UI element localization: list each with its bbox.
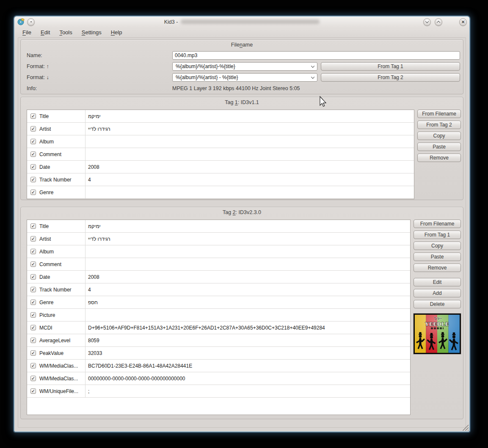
tag2-row-wm-uniquefile[interactable]: ✓WM/UniqueFile...;: [27, 385, 410, 398]
tag2-row-title[interactable]: ✓Titleמקימי: [27, 220, 410, 233]
field-value[interactable]: [85, 245, 410, 258]
comment-checkbox[interactable]: ✓: [30, 151, 36, 157]
menu-file[interactable]: File: [18, 28, 36, 37]
close-button[interactable]: ×: [459, 18, 467, 26]
field-value[interactable]: 4: [85, 283, 410, 296]
copy-button[interactable]: Copy: [414, 242, 461, 250]
field-value[interactable]: מקימי: [85, 220, 410, 232]
genre-checkbox[interactable]: ✓: [30, 300, 36, 305]
tag2-row-artist[interactable]: ✓Artistיידל ורדיגר: [27, 233, 410, 245]
paste-button[interactable]: Paste: [414, 253, 461, 261]
field-label: Date: [39, 164, 50, 170]
tag2-row-mcdi[interactable]: ✓MCDID+96+5106+AF9D+F814+151A3+1A231+20E…: [27, 322, 410, 334]
format-from-filename-combobox[interactable]: %{album}/%{artist}-%{title}: [172, 62, 317, 71]
track-number-checkbox[interactable]: ✓: [30, 287, 36, 292]
field-value[interactable]: 4: [85, 173, 414, 186]
field-value[interactable]: יידל ורדיגר: [85, 123, 414, 135]
field-value[interactable]: [85, 148, 414, 160]
comment-checkbox[interactable]: ✓: [30, 261, 36, 267]
wm-mediaclas-checkbox[interactable]: ✓: [30, 376, 36, 381]
mcdi-checkbox[interactable]: ✓: [30, 325, 36, 330]
tag2-row-genre[interactable]: ✓Genreפסח: [27, 296, 410, 309]
wm-uniquefile-checkbox[interactable]: ✓: [30, 388, 36, 394]
field-value[interactable]: BC7D60D1-23E3-E24B-86A1-48A42A28441E: [85, 360, 410, 372]
artist-checkbox[interactable]: ✓: [30, 126, 36, 132]
tag1-row-date[interactable]: ✓Date2008: [27, 161, 414, 173]
format-to-filename-combobox[interactable]: %{album}/%{artist} - %{title}: [172, 73, 317, 82]
tag2-row-averagelevel[interactable]: ✓AverageLevel8059: [27, 334, 410, 347]
field-value[interactable]: פסח: [85, 296, 410, 308]
genre-checkbox[interactable]: ✓: [30, 190, 36, 195]
from-filename-button[interactable]: From Filename: [417, 110, 461, 118]
field-value[interactable]: 2008: [85, 161, 414, 173]
artist-checkbox[interactable]: ✓: [30, 236, 36, 242]
from-tag-2-button[interactable]: From Tag 2: [321, 73, 460, 82]
field-value[interactable]: יידל ורדיגר: [85, 233, 410, 245]
tag2-row-date[interactable]: ✓Date2008: [27, 271, 410, 283]
field-value[interactable]: D+96+5106+AF9D+F814+151A3+1A231+20E6F+26…: [85, 322, 410, 334]
menu-label-part: dit: [44, 29, 50, 36]
averagelevel-checkbox[interactable]: ✓: [30, 338, 36, 343]
field-value[interactable]: 2008: [85, 271, 410, 283]
tag1-row-genre[interactable]: ✓Genre: [27, 186, 414, 199]
field-label-cell: ✓Genre: [27, 296, 85, 308]
tag1-row-artist[interactable]: ✓Artistיידל ורדיגר: [27, 123, 414, 135]
field-label-cell: ✓Comment: [27, 258, 85, 270]
tag1-row-comment[interactable]: ✓Comment: [27, 148, 414, 161]
menu-edit[interactable]: Edit: [36, 28, 54, 37]
remove-button[interactable]: Remove: [417, 154, 461, 162]
edit-button[interactable]: Edit: [414, 278, 461, 286]
album-art[interactable]: יידל YEEDLE: [414, 313, 461, 354]
remove-button[interactable]: Remove: [414, 264, 461, 272]
paste-button[interactable]: Paste: [417, 143, 461, 151]
delete-button[interactable]: Delete: [414, 300, 461, 308]
chevron-down-icon: [311, 75, 314, 78]
date-checkbox[interactable]: ✓: [30, 274, 36, 280]
filename-input[interactable]: [172, 51, 460, 60]
field-value[interactable]: 00000000-0000-0000-0000-000000000000: [85, 372, 410, 385]
from-tag-1-button[interactable]: From Tag 1: [414, 231, 461, 239]
field-value[interactable]: ;: [85, 385, 410, 397]
tag2-row-peakvalue[interactable]: ✓PeakValue32033: [27, 347, 410, 360]
field-value[interactable]: [85, 309, 410, 321]
track-number-checkbox[interactable]: ✓: [30, 177, 36, 182]
wm-mediaclas-checkbox[interactable]: ✓: [30, 363, 36, 368]
tag2-row-wm-mediaclas[interactable]: ✓WM/MediaClas...00000000-0000-0000-0000-…: [27, 372, 410, 385]
date-checkbox[interactable]: ✓: [30, 164, 36, 170]
from-tag-1-button[interactable]: From Tag 1: [321, 62, 460, 71]
maximize-button[interactable]: [435, 18, 442, 26]
menu-bar: FileEditToolsSettingsHelp: [14, 27, 469, 37]
picture-checkbox[interactable]: ✓: [30, 312, 36, 318]
from-filename-button[interactable]: From Filename: [414, 220, 461, 228]
copy-button[interactable]: Copy: [417, 132, 461, 140]
menu-tools[interactable]: Tools: [55, 28, 76, 37]
title-checkbox[interactable]: ✓: [30, 113, 36, 119]
menu-settings[interactable]: Settings: [77, 28, 106, 37]
peakvalue-checkbox[interactable]: ✓: [30, 350, 36, 356]
from-tag-2-button[interactable]: From Tag 2: [417, 121, 461, 129]
field-value[interactable]: מקימי: [85, 110, 414, 122]
tag2-row-album[interactable]: ✓Album: [27, 245, 410, 258]
tag2-row-wm-mediaclas[interactable]: ✓WM/MediaClas...BC7D60D1-23E3-E24B-86A1-…: [27, 360, 410, 372]
tag1-actions: From FilenameFrom Tag 2CopyPasteRemove: [417, 110, 461, 162]
field-label-cell: ✓Date: [27, 161, 85, 173]
field-value[interactable]: 32033: [85, 347, 410, 359]
add-button[interactable]: Add: [414, 289, 461, 297]
field-value[interactable]: 8059: [85, 334, 410, 346]
field-value[interactable]: [85, 186, 414, 198]
tag2-row-picture[interactable]: ✓Picture: [27, 309, 410, 322]
window-pin-button[interactable]: [27, 18, 35, 26]
tag2-row-track-number[interactable]: ✓Track Number4: [27, 283, 410, 296]
field-value[interactable]: [85, 258, 410, 270]
title-checkbox[interactable]: ✓: [30, 223, 36, 229]
tag2-row-comment[interactable]: ✓Comment: [27, 258, 410, 271]
field-value[interactable]: [85, 135, 414, 148]
album-checkbox[interactable]: ✓: [30, 249, 36, 254]
menu-help[interactable]: Help: [107, 28, 127, 37]
album-checkbox[interactable]: ✓: [30, 139, 36, 144]
tag1-row-track-number[interactable]: ✓Track Number4: [27, 173, 414, 186]
tag1-row-album[interactable]: ✓Album: [27, 135, 414, 148]
tag1-row-title[interactable]: ✓Titleמקימי: [27, 110, 414, 123]
title-mnemonic: 2: [233, 209, 236, 215]
minimize-button[interactable]: [423, 18, 431, 26]
